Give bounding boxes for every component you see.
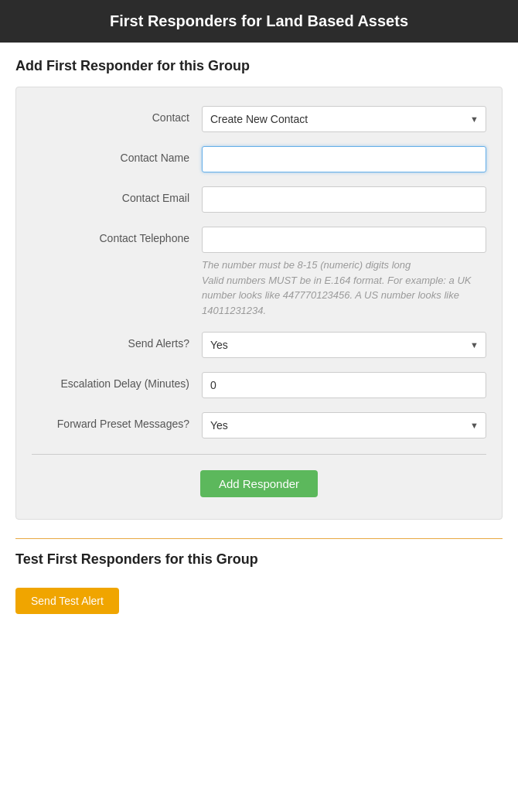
escalation-delay-field [202, 372, 486, 398]
escalation-delay-input[interactable] [202, 372, 486, 398]
contact-select[interactable]: Create New Contact [202, 106, 486, 132]
contact-email-row: Contact Email [32, 186, 486, 213]
contact-telephone-field: The number must be 8-15 (numeric) digits… [202, 227, 486, 318]
contact-field: Create New Contact [202, 106, 486, 132]
telephone-hint-line2: Valid numbers MUST be in E.164 format. F… [202, 275, 472, 316]
escalation-delay-label: Escalation Delay (Minutes) [32, 372, 202, 390]
add-responder-button[interactable]: Add Responder [200, 470, 318, 497]
contact-select-wrapper: Create New Contact [202, 106, 486, 132]
telephone-hint-line1: The number must be 8-15 (numeric) digits… [202, 259, 411, 271]
send-alerts-select-wrapper: Yes No [202, 332, 486, 358]
page-header: First Responders for Land Based Assets [0, 0, 518, 43]
contact-name-label: Contact Name [32, 146, 202, 164]
forward-preset-label: Forward Preset Messages? [32, 412, 202, 430]
contact-row: Contact Create New Contact [32, 106, 486, 132]
page-title: First Responders for Land Based Assets [110, 12, 408, 29]
forward-preset-field: Yes No [202, 412, 486, 438]
test-section-title: Test First Responders for this Group [15, 551, 503, 568]
send-alerts-select[interactable]: Yes No [202, 332, 486, 358]
contact-email-label: Contact Email [32, 186, 202, 204]
contact-telephone-label: Contact Telephone [32, 227, 202, 244]
add-section-title: Add First Responder for this Group [15, 58, 503, 74]
forward-preset-row: Forward Preset Messages? Yes No [32, 412, 486, 438]
contact-name-field [202, 146, 486, 172]
page-content: Add First Responder for this Group Conta… [0, 43, 518, 645]
form-actions: Add Responder [32, 470, 486, 497]
form-divider [32, 454, 486, 455]
test-section: Test First Responders for this Group Sen… [15, 551, 503, 629]
send-alerts-field: Yes No [202, 332, 486, 358]
contact-email-field [202, 186, 486, 213]
form-card: Contact Create New Contact Contact Name … [15, 87, 503, 520]
contact-telephone-row: Contact Telephone The number must be 8-1… [32, 227, 486, 318]
contact-label: Contact [32, 106, 202, 124]
send-alerts-row: Send Alerts? Yes No [32, 332, 486, 358]
section-divider [15, 538, 503, 539]
contact-email-input[interactable] [202, 186, 486, 213]
telephone-hint: The number must be 8-15 (numeric) digits… [202, 258, 486, 318]
forward-preset-select-wrapper: Yes No [202, 412, 486, 438]
escalation-delay-row: Escalation Delay (Minutes) [32, 372, 486, 398]
contact-telephone-input[interactable] [202, 227, 486, 253]
send-alerts-label: Send Alerts? [32, 332, 202, 350]
send-test-alert-button[interactable]: Send Test Alert [15, 588, 119, 614]
contact-name-input[interactable] [202, 146, 486, 172]
forward-preset-select[interactable]: Yes No [202, 412, 486, 438]
contact-name-row: Contact Name [32, 146, 486, 172]
